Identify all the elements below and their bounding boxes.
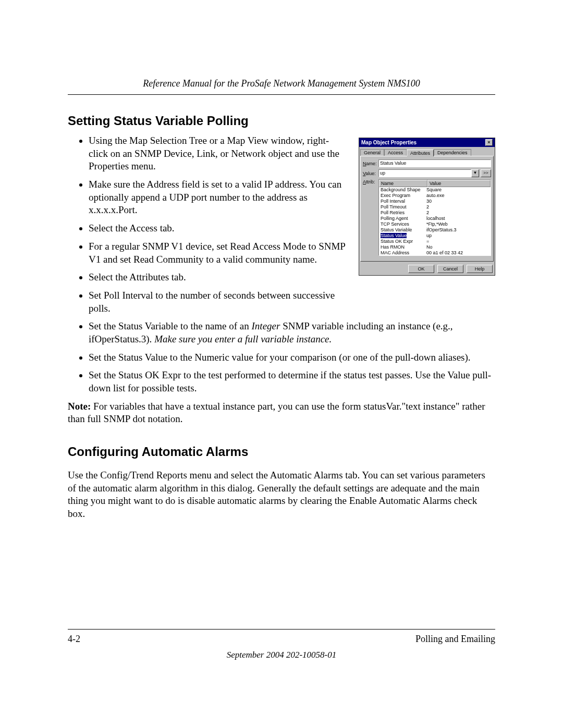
help-button[interactable]: Help — [467, 265, 493, 273]
bullet-item: For a regular SNMP V1 device, set Read A… — [89, 240, 348, 266]
bullet-item: Make sure the Address field is set to a … — [89, 178, 348, 217]
tab-attributes[interactable]: Attributes — [407, 150, 434, 156]
bullet-item: Set the Status OK Expr to the test perfo… — [89, 369, 495, 394]
footer-rule — [68, 629, 495, 630]
heading-setting-status: Setting Status Variable Polling — [68, 114, 495, 128]
dialog-title-text: Map Object Properties — [361, 140, 417, 145]
table-row[interactable]: TCP Services*Ftp,*Web — [379, 221, 491, 227]
col-header-value: Value — [427, 180, 491, 187]
bullet-list-full: Set the Status Variable to the name of a… — [68, 320, 495, 394]
tab-access[interactable]: Access — [384, 149, 407, 156]
footer-docinfo: September 2004 202-10058-01 — [68, 650, 495, 660]
table-row[interactable]: Exec Programauto.exe — [379, 193, 491, 199]
bullet-item: Select the Access tab. — [89, 222, 348, 235]
table-row[interactable]: Background ShapeSquare — [379, 187, 491, 193]
table-row[interactable]: Poll Interval30 — [379, 199, 491, 204]
note-paragraph: Note: For variables that have a textual … — [68, 400, 495, 426]
heading-configuring-alarms: Configuring Automatic Alarms — [68, 445, 495, 459]
tab-dependencies[interactable]: Dependencies — [434, 149, 471, 156]
name-input[interactable]: Status Value — [378, 159, 491, 167]
attrib-label: Attrib: — [363, 179, 378, 184]
cancel-button[interactable]: Cancel — [437, 265, 463, 273]
bullet-item: Set Poll Interval to the number of secon… — [89, 289, 348, 315]
table-row[interactable]: Poll Timeout2 — [379, 204, 491, 210]
name-label: Name: — [363, 161, 378, 166]
table-row[interactable]: MAC Address00 a1 ef 02 33 42 — [379, 250, 491, 256]
map-object-properties-dialog: Map Object Properties × General Access A… — [359, 138, 495, 276]
alarms-paragraph: Use the Config/Trend Reports menu and se… — [68, 469, 495, 521]
table-row[interactable]: Status OK Expr= — [379, 239, 491, 244]
table-row[interactable]: Status Valueup — [379, 233, 491, 239]
col-header-name: Name — [379, 180, 427, 187]
value-input[interactable]: up — [378, 169, 471, 177]
value-label: Value: — [363, 171, 378, 176]
attributes-table[interactable]: Name Value Background ShapeSquareExec Pr… — [378, 179, 491, 256]
bullet-item: Set the Status Variable to the name of a… — [89, 320, 495, 346]
footer-section: Polling and Emailing — [415, 634, 495, 645]
page-number: 4-2 — [68, 634, 80, 645]
table-row[interactable]: Poll Retries2 — [379, 210, 491, 216]
page-header: Reference Manual for the ProSafe Network… — [68, 78, 495, 95]
bullet-item: Set the Status Value to the Numeric valu… — [89, 351, 495, 364]
dropdown-icon[interactable]: ▼ — [471, 169, 479, 177]
close-icon[interactable]: × — [485, 139, 493, 146]
bullet-item: Using the Map Selection Tree or a Map Vi… — [89, 134, 348, 173]
table-row[interactable]: Polling Agentlocalhost — [379, 216, 491, 221]
table-row[interactable]: Has RMONNo — [379, 244, 491, 250]
bullet-item: Select the Attributes tab. — [89, 271, 348, 284]
value-aux-button[interactable]: >> — [481, 169, 491, 177]
dialog-tabs: General Access Attributes Dependencies — [359, 147, 495, 156]
table-row[interactable]: Status VariableifOperStatus.3 — [379, 227, 491, 233]
ok-button[interactable]: OK — [408, 265, 434, 273]
dialog-titlebar: Map Object Properties × — [359, 138, 495, 147]
bullet-list-narrow: Using the Map Selection Tree or a Map Vi… — [68, 134, 348, 315]
tab-general[interactable]: General — [360, 149, 384, 156]
